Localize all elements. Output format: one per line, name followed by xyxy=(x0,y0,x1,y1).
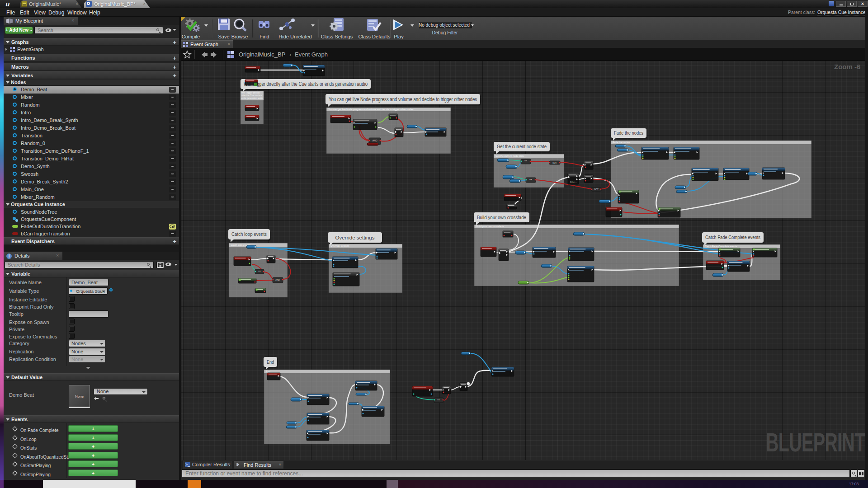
svg-text:Catch Fade Complete events: Catch Fade Complete events xyxy=(705,235,760,240)
svg-text:Save: Save xyxy=(218,34,229,39)
svg-text:AND: AND xyxy=(373,139,377,142)
svg-text:Find: Find xyxy=(259,34,269,39)
svg-text:Override settings: Override settings xyxy=(330,244,349,247)
svg-text:==: == xyxy=(529,178,532,181)
svg-text:Get the current node state: Get the current node state xyxy=(497,144,547,149)
svg-text:Hide Unrelated: Hide Unrelated xyxy=(278,34,311,39)
svg-text:End: End xyxy=(267,359,274,365)
svg-text:Compile: Compile xyxy=(182,34,200,39)
svg-text:AND: AND xyxy=(275,279,280,281)
svg-text:You can get live Node progress: You can get live Node progress and volum… xyxy=(328,108,414,111)
svg-text:Build your own crossfade: Build your own crossfade xyxy=(477,215,526,220)
svg-text:==: == xyxy=(258,270,261,272)
svg-text:Catch Fade Complete events: Catch Fade Complete events xyxy=(705,245,737,248)
svg-text:Will Trigger directly after th: Will Trigger directly after the Cue star… xyxy=(244,81,368,87)
svg-text:==: == xyxy=(524,160,527,162)
svg-text:ends generation audio: ends generation audio xyxy=(241,97,263,99)
svg-text:Class Settings: Class Settings xyxy=(321,34,353,39)
svg-text:Will Trigger directly: Will Trigger directly xyxy=(241,92,260,94)
svg-text:End: End xyxy=(266,370,270,373)
svg-text:Catch loop events: Catch loop events xyxy=(231,231,267,237)
svg-text:Fade the nodes: Fade the nodes xyxy=(613,141,630,144)
svg-text:after the Cue starts or: after the Cue starts or xyxy=(241,94,263,97)
svg-text:Build your own crossfade: Build your own crossfade xyxy=(476,225,504,228)
svg-text:Browse: Browse xyxy=(231,34,248,39)
svg-text:You can get live Node progress: You can get live Node progress and volum… xyxy=(329,96,477,103)
svg-text:==: == xyxy=(437,399,440,401)
svg-text:Add pin +: Add pin + xyxy=(570,181,576,183)
svg-text:Get the current node state: Get the current node state xyxy=(495,155,524,157)
svg-text:Class Defaults: Class Defaults xyxy=(359,34,391,39)
svg-text:Override settings: Override settings xyxy=(335,235,375,240)
svg-text:NOT: NOT xyxy=(552,162,557,164)
svg-text:Play: Play xyxy=(394,34,404,39)
svg-text:NOT: NOT xyxy=(594,188,599,191)
svg-text:Fade the nodes: Fade the nodes xyxy=(614,130,643,136)
